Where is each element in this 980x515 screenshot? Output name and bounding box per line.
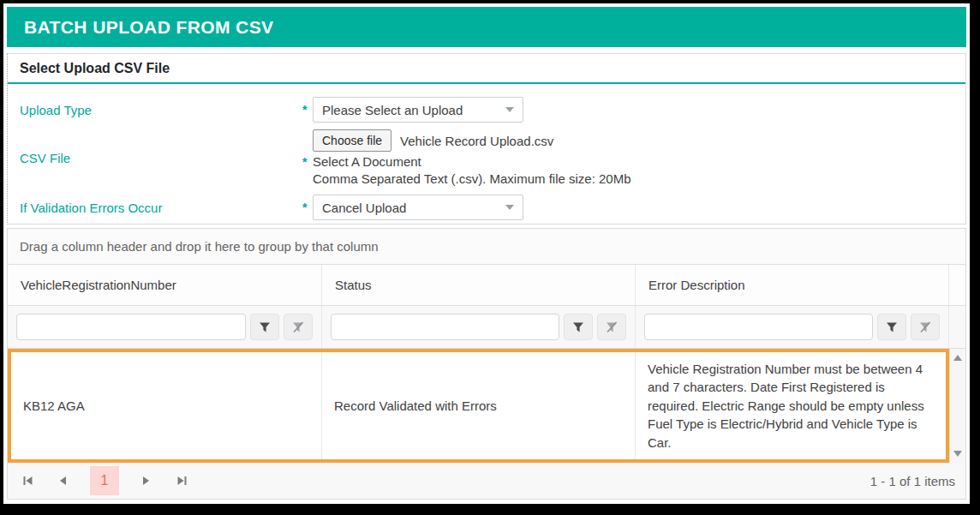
filter-input-status[interactable] [331, 314, 559, 340]
funnel-icon [886, 321, 898, 333]
upload-type-select[interactable]: Please Select an Upload [313, 97, 523, 123]
column-header-status[interactable]: Status [322, 265, 636, 305]
validation-errors-row: If Validation Errors Occur * Cancel Uplo… [8, 189, 965, 225]
scroll-down-icon[interactable] [953, 451, 962, 457]
filter-scrollbar-filler [949, 306, 965, 348]
funnel-slash-icon [919, 321, 931, 333]
screenshot-frame: BATCH UPLOAD FROM CSV Select Upload CSV … [0, 0, 980, 515]
required-marker: * [302, 103, 313, 117]
validation-errors-select[interactable]: Cancel Upload [313, 195, 523, 220]
required-marker: * [302, 201, 313, 214]
validation-errors-label: If Validation Errors Occur [8, 201, 302, 215]
cell-error-description: Vehicle Registration Number must be betw… [636, 352, 946, 459]
funnel-slash-icon [292, 321, 304, 333]
group-by-hint: Drag a column header and drop it here to… [20, 239, 379, 254]
clear-filter-button[interactable] [597, 314, 626, 340]
filter-button[interactable] [564, 314, 593, 340]
selected-file-name: Vehicle Record Upload.csv [400, 134, 553, 148]
file-hint-row: Comma Separated Text (.csv). Maximum fil… [302, 171, 965, 186]
filter-input-vehicle-registration-number[interactable] [16, 314, 246, 340]
filter-cell-error-description [636, 306, 949, 348]
filter-input-error-description[interactable] [644, 314, 873, 340]
filter-cell-vehicle-registration-number [8, 306, 322, 348]
column-header-vehicle-registration-number[interactable]: VehicleRegistrationNumber [8, 265, 322, 305]
csv-file-row: CSV File Choose file Vehicle Record Uplo… [8, 128, 965, 189]
next-page-icon [140, 475, 152, 487]
upload-form-section: Select Upload CSV File Upload Type * Ple… [7, 53, 966, 225]
grid-filter-row [8, 306, 965, 349]
filter-button[interactable] [250, 314, 279, 340]
required-marker: * [302, 155, 313, 169]
previous-page-icon [57, 475, 69, 487]
csv-file-label: CSV File [8, 151, 302, 165]
form-section-title: Select Upload CSV File [8, 54, 965, 84]
app-page: BATCH UPLOAD FROM CSV Select Upload CSV … [3, 3, 970, 504]
previous-page-button[interactable] [54, 471, 73, 490]
pager-nav: 1 [18, 466, 191, 495]
funnel-slash-icon [606, 321, 618, 333]
clear-filter-button[interactable] [911, 314, 940, 340]
table-row-highlighted[interactable]: KB12 AGA Record Validated with Errors Ve… [8, 349, 949, 463]
next-page-button[interactable] [136, 471, 155, 490]
header-scrollbar-filler [949, 265, 965, 305]
validation-errors-control: * Cancel Upload [302, 195, 965, 220]
upload-type-row: Upload Type * Please Select an Upload [8, 92, 965, 128]
filter-cell-status [322, 306, 636, 348]
grid-pager: 1 1 - 1 of 1 items [8, 463, 965, 499]
upload-type-control: * Please Select an Upload [302, 97, 965, 123]
filter-button[interactable] [877, 314, 906, 340]
vertical-scrollbar[interactable] [949, 349, 965, 463]
last-page-button[interactable] [172, 471, 191, 490]
column-header-error-description[interactable]: Error Description [636, 265, 949, 305]
grid-header-row: VehicleRegistrationNumber Status Error D… [8, 265, 965, 306]
funnel-icon [259, 321, 271, 333]
first-page-button[interactable] [18, 471, 37, 490]
current-page-button[interactable]: 1 [90, 466, 119, 495]
upload-type-label: Upload Type [8, 103, 302, 117]
funnel-icon [572, 321, 584, 333]
grid-body: KB12 AGA Record Validated with Errors Ve… [8, 349, 965, 463]
validation-errors-selected-value: Cancel Upload [322, 201, 406, 215]
last-page-icon [176, 475, 188, 487]
group-by-drop-zone[interactable]: Drag a column header and drop it here to… [8, 229, 965, 265]
clear-filter-button[interactable] [284, 314, 313, 340]
file-format-hint: Comma Separated Text (.csv). Maximum fil… [313, 171, 631, 186]
app-header: BATCH UPLOAD FROM CSV [7, 7, 966, 47]
chevron-down-icon [505, 107, 514, 112]
cell-vehicle-registration-number: KB12 AGA [11, 352, 322, 459]
select-a-document-label: Select A Document [313, 154, 421, 169]
first-page-icon [21, 475, 34, 487]
csv-file-control: Choose file Vehicle Record Upload.csv * … [302, 129, 965, 186]
page-title: BATCH UPLOAD FROM CSV [24, 17, 274, 38]
file-input-row: Choose file Vehicle Record Upload.csv [302, 129, 965, 152]
document-label-row: * Select A Document [302, 154, 965, 169]
scroll-up-icon[interactable] [953, 355, 962, 361]
choose-file-button[interactable]: Choose file [313, 129, 391, 152]
pager-info: 1 - 1 of 1 items [870, 474, 955, 488]
cell-status: Record Validated with Errors [322, 352, 636, 459]
chevron-down-icon [505, 205, 514, 210]
results-grid: Drag a column header and drop it here to… [7, 228, 966, 500]
form-body: Upload Type * Please Select an Upload CS… [8, 84, 965, 225]
upload-type-selected-value: Please Select an Upload [322, 103, 463, 117]
